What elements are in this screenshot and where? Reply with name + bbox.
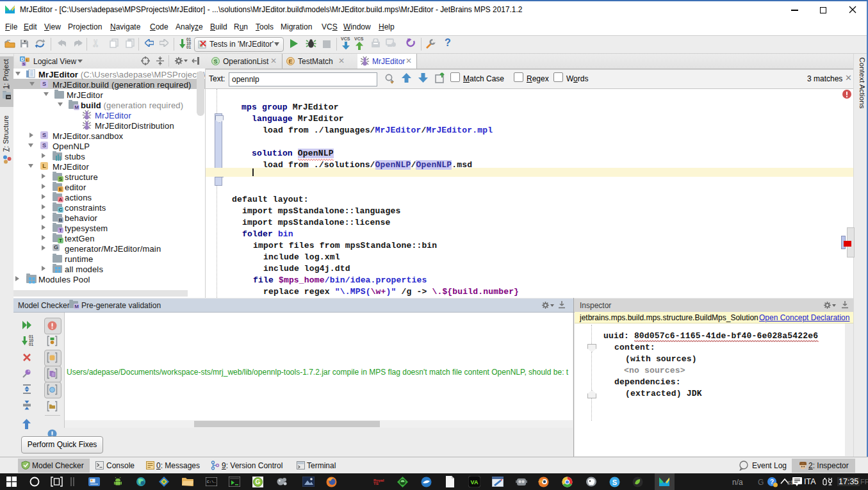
svg-text:S: S bbox=[612, 478, 617, 486]
svg-text:G: G bbox=[256, 478, 261, 486]
svg-text:C:\.: C:\. bbox=[207, 480, 216, 484]
svg-text:VA: VA bbox=[471, 479, 479, 486]
svg-text:E: E bbox=[288, 58, 292, 65]
svg-text:L: L bbox=[26, 58, 29, 62]
svg-text:S: S bbox=[22, 62, 25, 66]
svg-text:D: D bbox=[20, 57, 24, 61]
svg-text:S: S bbox=[213, 58, 217, 65]
